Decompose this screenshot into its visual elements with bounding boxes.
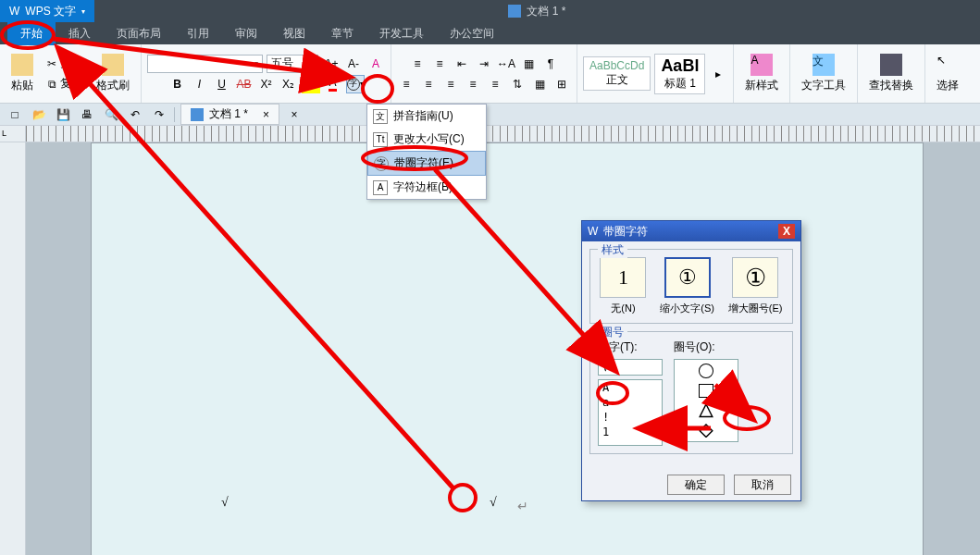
cancel-button[interactable]: 取消 [734,475,791,495]
grow-font-button[interactable]: A+ [322,55,341,73]
style-option-enlarge[interactable]: ①增大圈号(E) [728,257,783,315]
clear-format-button[interactable]: A [366,55,385,73]
tabs-button[interactable]: ⊞ [552,75,571,93]
dialog-titlebar[interactable]: W 带圈字符 X [582,221,800,241]
bullets-button[interactable]: ≡ [408,55,427,73]
align-distribute-button[interactable]: ≡ [486,75,504,93]
chevron-down-icon[interactable]: ▾ [81,7,85,16]
subscript-button[interactable]: X₂ [279,75,298,93]
tab-insert[interactable]: 插入 [56,22,104,45]
font-name-combo[interactable]: ▾ [147,55,263,73]
style-heading1[interactable]: AaBl 标题 1 [654,54,705,94]
print-button[interactable]: 🖶 [78,105,96,124]
style-preview: AaBl [661,56,699,76]
shrink-font-button[interactable]: A- [344,55,363,73]
redo-button[interactable]: ↷ [150,105,168,124]
show-marks-button[interactable]: ¶ [541,55,560,73]
shape-circle[interactable] [699,364,713,378]
new-tab-button[interactable]: × [285,105,304,124]
shape-square[interactable] [699,384,713,399]
enclose-legend: 圈号 [598,325,627,340]
dialog-buttons: 确定 取消 [582,469,800,500]
char-scale-button[interactable]: ↔A [497,55,515,73]
list-item[interactable]: 1 [599,425,662,439]
highlight-button[interactable]: A [302,75,320,93]
text-input[interactable] [598,359,663,376]
document-tab[interactable]: 文档 1 * × [180,104,279,125]
quick-access-bar: □ 📂 💾 🖶 🔍 ↶ ↷ 文档 1 * × × [0,104,980,126]
title-bar: W WPS 文字 ▾ 文档 1 * [0,0,980,22]
styles-more-button[interactable]: ▸ [709,56,727,92]
new-doc-button[interactable]: □ [6,105,24,124]
menu-enclosed-char[interactable]: 字带圈字符(E) [367,151,486,176]
save-button[interactable]: 💾 [54,105,72,124]
new-style-button[interactable]: A新样式 [739,52,784,95]
italic-button[interactable]: I [191,75,209,93]
menu-char-border[interactable]: A字符边框(B) [367,176,486,199]
style-label: 缩小文字(S) [660,302,714,315]
dialog-close-button[interactable]: X [778,224,795,239]
tab-review[interactable]: 审阅 [222,22,270,45]
tab-view[interactable]: 视图 [270,22,318,45]
tab-section[interactable]: 章节 [318,22,366,45]
vertical-ruler[interactable] [0,142,26,555]
tab-layout[interactable]: 页面布局 [104,22,174,45]
preview-button[interactable]: 🔍 [102,105,120,124]
shape-listbox[interactable] [674,359,738,442]
tab-devtools[interactable]: 开发工具 [366,22,437,45]
binoculars-icon [880,54,902,76]
font-color-button[interactable]: A [324,75,342,93]
dialog-title: 带圈字符 [603,224,648,240]
strikethrough-button[interactable]: AB [235,75,254,93]
shading-button[interactable]: ▦ [530,75,549,93]
new-style-icon: A [751,54,773,76]
style-option-shrink[interactable]: ①缩小文字(S) [660,257,714,315]
tab-references[interactable]: 引用 [174,22,222,45]
align-left-button[interactable]: ≡ [397,75,416,93]
text-tools-button[interactable]: 文文字工具 [796,52,851,95]
style-option-none[interactable]: 1无(N) [600,257,646,315]
indent-left-button[interactable]: ⇤ [453,55,471,73]
open-button[interactable]: 📂 [30,105,48,124]
tab-start[interactable]: 开始 [7,22,56,45]
ruler-scale[interactable] [26,126,980,142]
tab-office[interactable]: 办公空间 [437,22,507,45]
cut-button[interactable]: ✂剪切 [43,55,87,73]
copy-label: 复制 [60,76,82,92]
select-button[interactable]: ↖选择 [931,52,964,95]
shape-triangle[interactable] [699,403,713,417]
list-item[interactable]: A [599,380,662,395]
numbering-button[interactable]: ≡ [430,55,449,73]
select-group: ↖选择 [925,44,970,103]
text-label: 文字(T): [598,339,663,355]
style-normal[interactable]: AaBbCcDd 正文 [583,56,651,91]
copy-button[interactable]: ⧉复制 [43,75,87,93]
font-size-combo[interactable]: 五号▾ [267,55,318,73]
shape-diamond[interactable] [699,424,713,438]
border-button[interactable]: ▦ [519,55,538,73]
undo-button[interactable]: ↶ [126,105,144,124]
menu-pinyin-guide[interactable]: 文拼音指南(U) [367,105,486,128]
superscript-button[interactable]: X² [257,75,276,93]
align-center-button[interactable]: ≡ [419,75,438,93]
close-tab-icon[interactable]: × [263,108,269,121]
align-justify-button[interactable]: ≡ [464,75,482,93]
enclosed-char-button[interactable]: 字▾ [346,75,365,93]
check-mark-2: √ [490,495,497,510]
text-listbox[interactable]: A a ! 1 [598,379,663,446]
shape-column: 圈号(O): [674,339,738,446]
align-right-button[interactable]: ≡ [441,75,460,93]
list-item[interactable]: a [599,395,662,410]
indent-right-button[interactable]: ⇥ [475,55,493,73]
paste-button[interactable]: 粘贴 [6,52,39,95]
format-painter-button[interactable]: 格式刷 [91,52,135,95]
paragraph-group: ≡ ≡ ⇤ ⇥ ↔A ▦ ¶ ≡ ≡ ≡ ≡ ≡ ⇅ ▦ ⊞ [391,44,577,103]
bold-button[interactable]: B [168,75,187,93]
menu-change-case[interactable]: Tt更改大小写(C) [367,128,486,151]
ok-button[interactable]: 确定 [667,475,725,495]
line-spacing-button[interactable]: ⇅ [508,75,527,93]
list-item[interactable]: ! [599,410,662,425]
underline-button[interactable]: U [213,75,231,93]
find-replace-button[interactable]: 查找替换 [863,52,919,95]
page-area: √ √ ↵ [26,142,980,555]
